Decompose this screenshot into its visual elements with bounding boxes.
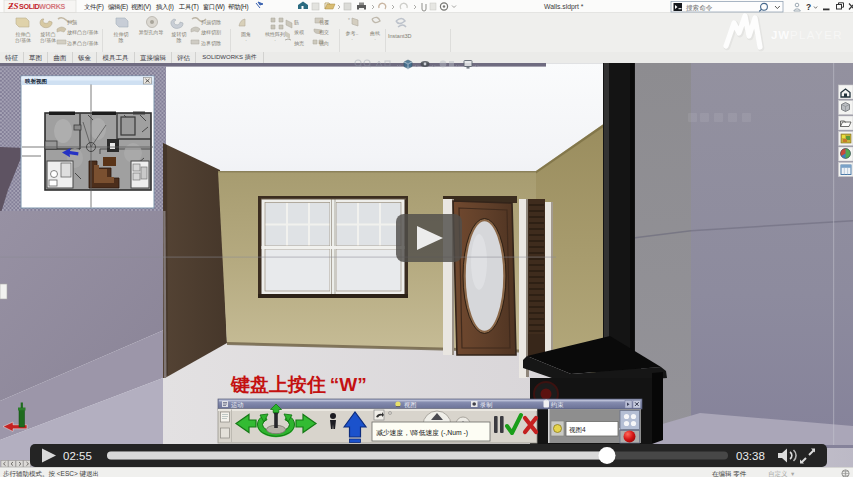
svg-text:JW: JW [771, 29, 790, 41]
svg-text:减少速度，\降低速度 (-,Num -): 减少速度，\降低速度 (-,Num -) [376, 429, 468, 437]
svg-text:运动: 运动 [231, 401, 243, 408]
svg-text:映射视图: 映射视图 [25, 78, 48, 85]
svg-text:03:38: 03:38 [736, 450, 765, 462]
svg-text:WORKS: WORKS [39, 2, 66, 11]
svg-text:?: ? [806, 2, 811, 12]
svg-text:PLAYER: PLAYER [790, 29, 843, 41]
svg-text:视图4: 视图4 [569, 426, 586, 434]
svg-text:键盘上按住 “W”: 键盘上按住 “W” [230, 374, 367, 395]
svg-text:搜索命令: 搜索命令 [686, 4, 713, 12]
svg-text:SOLID: SOLID [19, 2, 40, 11]
svg-text:录制: 录制 [479, 401, 492, 409]
svg-text:视图: 视图 [404, 401, 416, 409]
svg-text:约束: 约束 [551, 401, 564, 409]
svg-text:ƵS: ƵS [7, 1, 19, 11]
svg-text:02:55: 02:55 [63, 450, 92, 462]
